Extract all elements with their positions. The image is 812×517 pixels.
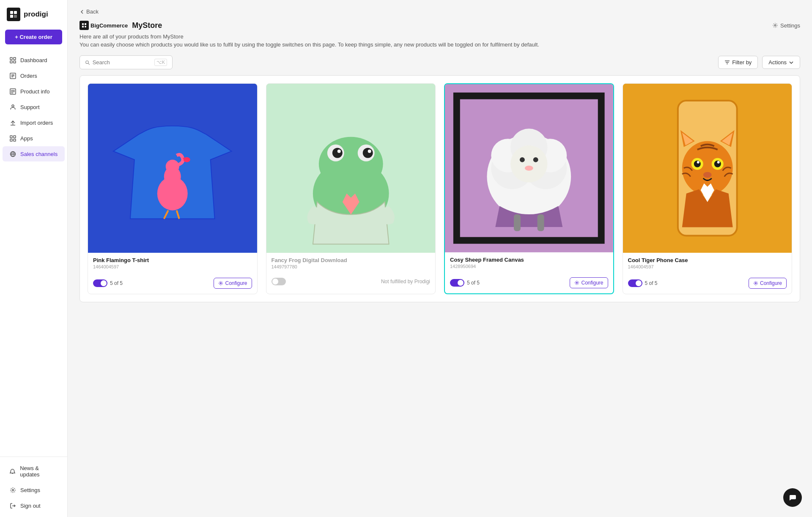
configure-label-4: Configure xyxy=(760,280,782,286)
sidebar-item-label: Sign out xyxy=(20,503,41,509)
create-order-button[interactable]: + Create order xyxy=(5,30,62,44)
users-icon xyxy=(9,104,16,110)
tshirt-illustration xyxy=(88,84,257,253)
sidebar-item-news-updates[interactable]: News & updates xyxy=(3,461,65,482)
product-image-3 xyxy=(445,84,613,252)
product-id-2: 1449797780 xyxy=(272,264,431,269)
back-label: Back xyxy=(86,8,99,15)
sidebar-item-orders[interactable]: Orders xyxy=(3,68,65,83)
sidebar-item-product-info[interactable]: Product info xyxy=(3,84,65,99)
grid-icon xyxy=(9,57,16,63)
svg-rect-0 xyxy=(10,11,13,14)
logo[interactable]: prodigi xyxy=(0,0,67,30)
svg-point-42 xyxy=(220,282,222,284)
sidebar-item-import-orders[interactable]: Import orders xyxy=(3,115,65,130)
svg-point-67 xyxy=(576,282,578,283)
svg-point-63 xyxy=(533,157,538,162)
bigcommerce-icon xyxy=(80,21,89,30)
nav-section: Dashboard Orders Product info Support Im… xyxy=(0,52,67,457)
svg-rect-66 xyxy=(538,214,544,231)
sidebar-item-label: Product info xyxy=(20,88,49,95)
product-id-3: 1428950694 xyxy=(450,264,608,269)
configure-icon-1 xyxy=(218,281,223,286)
svg-point-61 xyxy=(510,145,547,182)
toolbar: ⌥K Filter by Actions xyxy=(80,55,800,69)
store-brand-label: BigCommerce xyxy=(91,22,128,29)
sidebar-item-support[interactable]: Support xyxy=(3,99,65,115)
svg-rect-21 xyxy=(10,139,12,141)
configure-button-4[interactable]: Configure xyxy=(749,278,787,289)
product-info-section-3: Cosy Sheep Framed Canvas 1428950694 xyxy=(445,252,613,277)
svg-point-29 xyxy=(774,25,776,26)
product-image-1 xyxy=(88,84,257,253)
product-image-4 xyxy=(623,84,792,253)
svg-point-62 xyxy=(520,157,525,162)
upload-icon xyxy=(9,119,16,126)
tag-icon xyxy=(9,88,16,95)
configure-button-1[interactable]: Configure xyxy=(214,278,252,289)
configure-label-3: Configure xyxy=(581,280,603,286)
back-arrow-icon xyxy=(80,9,85,14)
search-input[interactable] xyxy=(93,59,152,66)
toggle-label-1: 5 of 5 xyxy=(110,280,123,286)
svg-point-51 xyxy=(368,150,371,153)
back-link[interactable]: Back xyxy=(80,8,800,15)
product-card-1: Pink Flamingo T-shirt 1464004597 5 of 5 … xyxy=(88,83,258,294)
logo-text: prodigi xyxy=(24,10,48,19)
fulfil-toggle-4[interactable] xyxy=(628,279,642,287)
svg-point-27 xyxy=(12,489,14,491)
apps-icon xyxy=(9,135,16,142)
fulfil-toggle-1[interactable] xyxy=(93,279,107,287)
svg-point-79 xyxy=(697,161,699,164)
svg-point-80 xyxy=(717,161,719,164)
search-shortcut: ⌥K xyxy=(154,59,167,66)
sidebar-item-sales-channels[interactable]: Sales channels xyxy=(3,146,65,161)
logo-icon xyxy=(7,8,20,21)
svg-rect-6 xyxy=(10,61,12,63)
sidebar-item-label: News & updates xyxy=(20,465,58,478)
store-header: BigCommerce MyStore Settings xyxy=(80,21,800,30)
bell-icon xyxy=(9,468,16,475)
svg-rect-20 xyxy=(14,136,16,138)
settings-link[interactable]: Settings xyxy=(772,22,800,29)
actions-button[interactable]: Actions xyxy=(762,56,800,69)
toggle-label-3: 5 of 5 xyxy=(467,280,480,286)
product-image-2 xyxy=(266,84,436,253)
configure-icon-4 xyxy=(753,281,758,286)
gear-icon xyxy=(9,487,16,493)
store-brand: BigCommerce MyStore xyxy=(80,21,162,30)
svg-point-49 xyxy=(362,148,373,158)
search-box[interactable]: ⌥K xyxy=(80,55,173,69)
svg-point-16 xyxy=(12,105,14,107)
toggle-group-4: 5 of 5 xyxy=(628,279,658,287)
chat-button[interactable] xyxy=(783,488,802,507)
tiger-illustration xyxy=(623,84,792,253)
sidebar-item-dashboard[interactable]: Dashboard xyxy=(3,52,65,68)
svg-line-31 xyxy=(88,63,90,65)
toolbar-right: Filter by Actions xyxy=(718,56,800,69)
product-actions-3: 5 of 5 Configure xyxy=(445,277,613,293)
sidebar-item-label: Import orders xyxy=(20,120,53,126)
toggle-label-4: 5 of 5 xyxy=(645,280,658,286)
configure-button-3[interactable]: Configure xyxy=(570,277,608,288)
product-name-1: Pink Flamingo T-shirt xyxy=(93,257,252,263)
sidebar-item-sign-out[interactable]: Sign out xyxy=(3,498,65,513)
sidebar-item-label: Orders xyxy=(20,73,37,79)
fulfil-toggle-2[interactable] xyxy=(272,278,286,285)
svg-point-81 xyxy=(703,172,711,178)
svg-point-82 xyxy=(755,282,756,284)
product-id-4: 1464004597 xyxy=(628,264,787,269)
sheep-illustration xyxy=(445,84,613,252)
svg-point-45 xyxy=(318,137,383,191)
filter-by-label: Filter by xyxy=(732,59,752,66)
sidebar: prodigi + Create order Dashboard Orders … xyxy=(0,0,68,517)
sidebar-item-settings[interactable]: Settings xyxy=(3,482,65,498)
svg-point-30 xyxy=(86,60,89,63)
sidebar-bottom: News & updates Settings Sign out xyxy=(0,457,67,517)
settings-label: Settings xyxy=(780,22,800,29)
product-card-2: Fancy Frog Digital Download 1449797780 N… xyxy=(266,83,436,294)
filter-by-button[interactable]: Filter by xyxy=(718,56,758,69)
sidebar-item-apps[interactable]: Apps xyxy=(3,131,65,146)
fulfil-toggle-3[interactable] xyxy=(450,279,464,287)
configure-icon-3 xyxy=(574,280,579,285)
